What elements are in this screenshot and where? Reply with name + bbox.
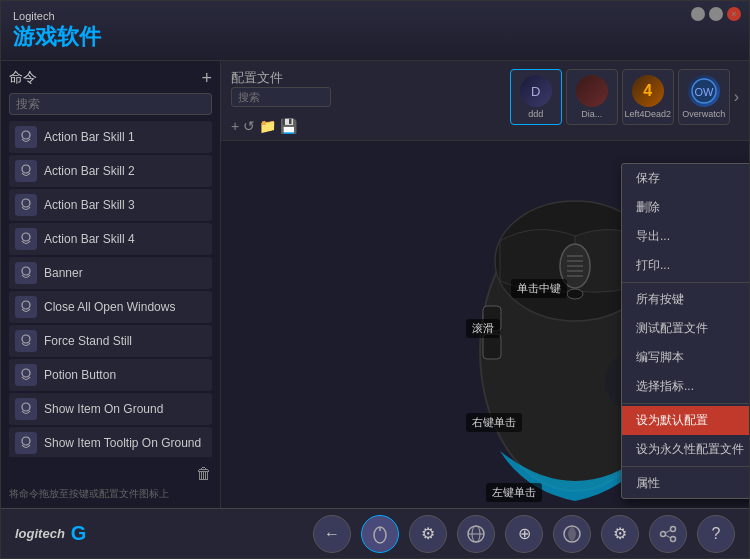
svg-point-7 — [22, 369, 30, 377]
context-menu-item-export[interactable]: 导出... — [622, 222, 749, 251]
context-menu-divider-2 — [622, 403, 749, 404]
profile-tab-l4d2[interactable]: 4 Left4Dead2 — [622, 69, 674, 125]
brand-name-line2: 游戏软件 — [13, 23, 101, 52]
nav-back-button[interactable]: ← — [313, 515, 351, 553]
nav-help-button[interactable]: ? — [697, 515, 735, 553]
add-command-button[interactable]: + — [201, 69, 212, 87]
sidebar-search-input[interactable] — [9, 93, 212, 115]
nav-share-button[interactable] — [649, 515, 687, 553]
svg-point-35 — [671, 536, 676, 541]
context-menu-item-print[interactable]: 打印... — [622, 251, 749, 280]
config-folder-button[interactable]: 📁 — [259, 118, 276, 134]
command-item-label-8: Show Item On Ground — [44, 402, 163, 416]
callout-left-click[interactable]: 左键单击 — [486, 483, 542, 502]
command-item-6[interactable]: Force Stand Still — [9, 325, 212, 357]
window-controls: – □ × — [691, 7, 741, 21]
command-item-9[interactable]: Show Item Tooltip On Ground — [9, 427, 212, 457]
command-item-label-4: Banner — [44, 266, 83, 280]
nav-gear-button[interactable]: ⚙ — [409, 515, 447, 553]
nav-mouse-button[interactable] — [361, 515, 399, 553]
sidebar: 命令 + Action Bar Skill 1Action Bar Skill … — [1, 61, 221, 508]
sidebar-footer: 🗑 — [9, 465, 212, 483]
svg-point-1 — [22, 165, 30, 173]
command-item-icon-9 — [15, 432, 37, 454]
callout-right-click[interactable]: 右键单击 — [466, 413, 522, 432]
command-item-label-7: Potion Button — [44, 368, 116, 382]
context-menu-divider-3 — [622, 466, 749, 467]
context-menu-item-set-permanent[interactable]: 设为永久性配置文件 — [622, 435, 749, 464]
config-action-buttons: + ↺ 📁 💾 — [231, 118, 297, 134]
minimize-button[interactable]: – — [691, 7, 705, 21]
content-area: 命令 + Action Bar Skill 1Action Bar Skill … — [1, 61, 749, 508]
nav-crosshair-button[interactable]: ⊕ — [505, 515, 543, 553]
command-item-icon-6 — [15, 330, 37, 352]
brand-name-line1: Logitech — [13, 10, 55, 22]
context-menu-item-test[interactable]: 测试配置文件 — [622, 314, 749, 343]
context-menu-item-script[interactable]: 编写脚本 — [622, 343, 749, 372]
command-item-2[interactable]: Action Bar Skill 3 — [9, 189, 212, 221]
command-item-4[interactable]: Banner — [9, 257, 212, 289]
profile-icon-ow: OW — [688, 75, 720, 107]
maximize-button[interactable]: □ — [709, 7, 723, 21]
profile-tab-dia[interactable]: Dia... — [566, 69, 618, 125]
command-item-3[interactable]: Action Bar Skill 4 — [9, 223, 212, 255]
nav-globe-button[interactable] — [457, 515, 495, 553]
config-search-input[interactable] — [231, 87, 331, 107]
profile-label-ow: Overwatch — [682, 109, 725, 119]
command-item-0[interactable]: Action Bar Skill 1 — [9, 121, 212, 153]
command-item-icon-8 — [15, 398, 37, 420]
profile-label-dia: Dia... — [581, 109, 602, 119]
context-menu-item-save[interactable]: 保存 — [622, 164, 749, 193]
nav-color-button[interactable] — [553, 515, 591, 553]
trash-icon[interactable]: 🗑 — [196, 465, 212, 483]
logitech-text: logitech — [15, 526, 65, 541]
context-menu-item-delete[interactable]: 删除 — [622, 193, 749, 222]
config-bar: 配置文件 + ↺ 📁 💾 D ddd Dia... — [221, 61, 749, 141]
g-logo: G — [71, 522, 87, 545]
context-menu-item-properties[interactable]: 属性 — [622, 469, 749, 498]
nav-settings-button[interactable]: ⚙ — [601, 515, 639, 553]
context-menu-item-set-default[interactable]: 设为默认配置 — [622, 406, 749, 435]
svg-point-5 — [22, 301, 30, 309]
context-menu: 保存 删除 导出... 打印... 所有按键 › — [621, 163, 749, 499]
svg-point-9 — [22, 437, 30, 445]
profile-icon-dia — [576, 75, 608, 107]
context-menu-item-select-index[interactable]: 选择指标... — [622, 372, 749, 401]
command-item-8[interactable]: Show Item On Ground — [9, 393, 212, 425]
command-item-label-9: Show Item Tooltip On Ground — [44, 436, 201, 450]
command-item-label-2: Action Bar Skill 3 — [44, 198, 135, 212]
command-item-7[interactable]: Potion Button — [9, 359, 212, 391]
command-item-label-3: Action Bar Skill 4 — [44, 232, 135, 246]
command-item-1[interactable]: Action Bar Skill 2 — [9, 155, 212, 187]
color-icon — [562, 524, 582, 544]
context-menu-divider-1 — [622, 282, 749, 283]
profile-next-arrow[interactable]: › — [734, 88, 739, 106]
command-item-label-6: Force Stand Still — [44, 334, 132, 348]
command-item-5[interactable]: Close All Open Windows — [9, 291, 212, 323]
profile-tab-ow[interactable]: OW Overwatch — [678, 69, 730, 125]
bottom-logo: logitech G — [15, 522, 86, 545]
config-label: 配置文件 — [231, 69, 283, 87]
svg-point-3 — [22, 233, 30, 241]
close-button[interactable]: × — [727, 7, 741, 21]
svg-point-8 — [22, 403, 30, 411]
config-save-button[interactable]: 💾 — [280, 118, 297, 134]
command-item-icon-1 — [15, 160, 37, 182]
sidebar-hint: 将命令拖放至按键或配置文件图标上 — [9, 487, 212, 500]
mouse-display-area: G 单击中键 滚滑 右键单击 左键单击 — [221, 141, 749, 508]
app-logo: Logitech 游戏软件 — [13, 9, 101, 52]
command-item-icon-0 — [15, 126, 37, 148]
title-bar: Logitech 游戏软件 – □ × — [1, 1, 749, 61]
command-item-icon-7 — [15, 364, 37, 386]
profile-label-ddd: ddd — [528, 109, 543, 119]
config-add-button[interactable]: + — [231, 118, 239, 134]
callout-scroll[interactable]: 滚滑 — [466, 319, 500, 338]
config-refresh-button[interactable]: ↺ — [243, 118, 255, 134]
globe-icon — [466, 524, 486, 544]
callout-single-click[interactable]: 单击中键 — [511, 279, 567, 298]
profile-tab-ddd[interactable]: D ddd — [510, 69, 562, 125]
command-item-icon-5 — [15, 296, 37, 318]
command-item-label-0: Action Bar Skill 1 — [44, 130, 135, 144]
profile-icon-l4d2: 4 — [632, 75, 664, 107]
context-menu-item-all-keys[interactable]: 所有按键 › — [622, 285, 749, 314]
